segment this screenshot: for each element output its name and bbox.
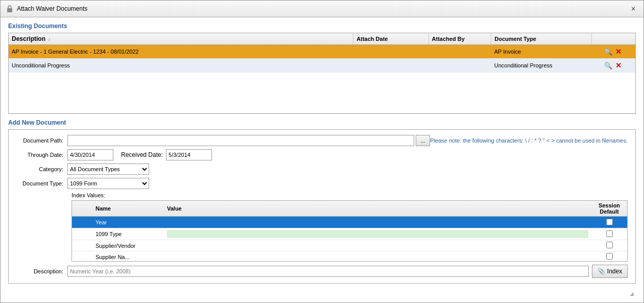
close-button[interactable]: ×	[628, 4, 638, 14]
index-row4-value	[164, 251, 591, 262]
row1-attached-by	[428, 45, 491, 59]
index-row1-value	[164, 217, 591, 228]
index-row1-chk1	[72, 217, 82, 228]
col-attached-by-header: Attached By	[428, 33, 491, 45]
description-row: Description: 📎 Index	[16, 265, 628, 278]
index-col-session-header: Session Default	[591, 201, 627, 217]
document-path-row: Document Path: ... Please note: the foll…	[16, 135, 628, 146]
session-checkbox[interactable]	[606, 230, 613, 237]
through-date-input[interactable]	[67, 149, 113, 160]
document-path-label: Document Path:	[16, 137, 67, 144]
docs-table-header: Description ↕ Attach Date Attached By Do…	[9, 33, 635, 45]
existing-docs-title: Existing Documents	[8, 22, 636, 30]
index-table-row[interactable]: Year	[72, 217, 627, 228]
content-area: Existing Documents Description ↕ Attach …	[1, 17, 643, 302]
index-table-wrapper[interactable]: Name Value Session Default Year	[71, 200, 628, 262]
through-date-label: Through Date:	[16, 152, 67, 158]
docs-table: Description ↕ Attach Date Attached By Do…	[9, 33, 635, 113]
value-bar-blue	[167, 218, 588, 226]
existing-docs-section: Existing Documents Description ↕ Attach …	[8, 22, 636, 114]
row1-document-type: AP Invoice	[491, 45, 591, 59]
index-table: Name Value Session Default Year	[72, 201, 627, 262]
index-row4-name: Supplier Na...	[92, 251, 164, 262]
index-button[interactable]: 📎 Index	[592, 265, 628, 278]
add-new-section: Add New Document Document Path: ... Plea…	[8, 119, 636, 290]
svg-rect-0	[7, 8, 12, 12]
index-table-row[interactable]: Supplier/Vendor	[72, 240, 627, 251]
index-row3-chk2	[82, 240, 92, 251]
row1-search-button[interactable]: 🔍	[604, 47, 613, 56]
main-window: Attach Waiver Documents × Existing Docum…	[0, 0, 644, 303]
session-checkbox[interactable]	[606, 253, 613, 260]
row2-delete-button[interactable]: ✕	[614, 61, 623, 70]
value-bar-green	[167, 230, 588, 238]
index-row2-session	[591, 228, 627, 240]
resize-handle: ◢	[8, 290, 636, 297]
table-row[interactable]: AP Invoice - 1 General Electric - 1234 -…	[9, 45, 635, 59]
index-row3-session	[591, 240, 627, 251]
row2-actions: 🔍 ✕	[591, 59, 635, 73]
col-document-type-header: Document Type	[491, 33, 591, 45]
index-table-row[interactable]: 1099 Type	[72, 228, 627, 240]
note-text: Please note: the following characters: \…	[430, 137, 628, 144]
received-date-label: Received Date:	[121, 151, 163, 158]
row1-actions: 🔍 ✕	[591, 45, 635, 59]
col-description-header: Description ↕	[9, 33, 353, 45]
index-row1-chk2	[82, 217, 92, 228]
index-col-name-header: Name	[92, 201, 164, 217]
title-bar: Attach Waiver Documents ×	[1, 1, 643, 17]
search-icon: 🔍	[604, 62, 612, 69]
document-type-select[interactable]: 1099 Form AP Invoice Unconditional Progr…	[67, 178, 149, 189]
row2-description: Unconditional Progress	[9, 59, 353, 73]
category-label: Category:	[16, 166, 67, 172]
search-icon: 🔍	[604, 48, 612, 56]
dates-row: Through Date: Received Date:	[16, 149, 628, 160]
description-input[interactable]	[67, 266, 589, 277]
row1-action-buttons: 🔍 ✕	[594, 47, 632, 56]
index-row3-value	[164, 240, 591, 251]
category-row: Category: All Document Types Finance Leg…	[16, 164, 628, 175]
index-row4-chk1	[72, 251, 82, 262]
add-new-title: Add New Document	[8, 119, 636, 126]
table-row[interactable]: Unconditional Progress Unconditional Pro…	[9, 59, 635, 73]
row2-attach-date	[353, 59, 428, 73]
category-select[interactable]: All Document Types Finance Legal Other	[67, 164, 149, 175]
index-row2-chk2	[82, 228, 92, 240]
document-type-label: Document Type:	[16, 180, 67, 187]
title-bar-left: Attach Waiver Documents	[6, 5, 87, 13]
empty-cell	[9, 73, 635, 113]
window-title: Attach Waiver Documents	[17, 5, 87, 12]
index-table-row[interactable]: Supplier Na...	[72, 251, 627, 262]
index-table-header: Name Value Session Default	[72, 201, 627, 217]
index-values-label: Index Values:	[71, 192, 628, 198]
delete-icon: ✕	[615, 48, 622, 56]
row2-search-button[interactable]: 🔍	[604, 61, 613, 70]
col-actions-header	[591, 33, 635, 45]
row2-document-type: Unconditional Progress	[491, 59, 591, 73]
index-row4-session	[591, 251, 627, 262]
index-row3-name: Supplier/Vendor	[92, 240, 164, 251]
docs-table-container: Description ↕ Attach Date Attached By Do…	[8, 33, 636, 114]
session-checkbox[interactable]	[606, 219, 613, 225]
row2-action-buttons: 🔍 ✕	[594, 61, 632, 70]
index-row2-chk1	[72, 228, 82, 240]
index-col-chk1	[72, 201, 82, 217]
document-path-input[interactable]	[67, 135, 414, 146]
index-row2-name: 1099 Type	[92, 228, 164, 240]
browse-button[interactable]: ...	[416, 135, 430, 146]
row1-delete-button[interactable]: ✕	[614, 47, 623, 56]
index-row3-chk1	[72, 240, 82, 251]
sort-icon: ↕	[48, 37, 51, 42]
paperclip-icon: 📎	[598, 268, 605, 275]
index-col-value-header: Value	[164, 201, 591, 217]
received-date-input[interactable]	[166, 149, 212, 160]
index-button-label: Index	[607, 268, 622, 275]
description-label: Description:	[16, 268, 67, 274]
index-row1-session	[591, 217, 627, 228]
index-col-chk2	[82, 201, 92, 217]
row1-attach-date	[353, 45, 428, 59]
col-attach-date-header: Attach Date	[353, 33, 428, 45]
delete-icon: ✕	[615, 61, 622, 69]
index-row1-name: Year	[92, 217, 164, 228]
session-checkbox[interactable]	[606, 242, 613, 248]
